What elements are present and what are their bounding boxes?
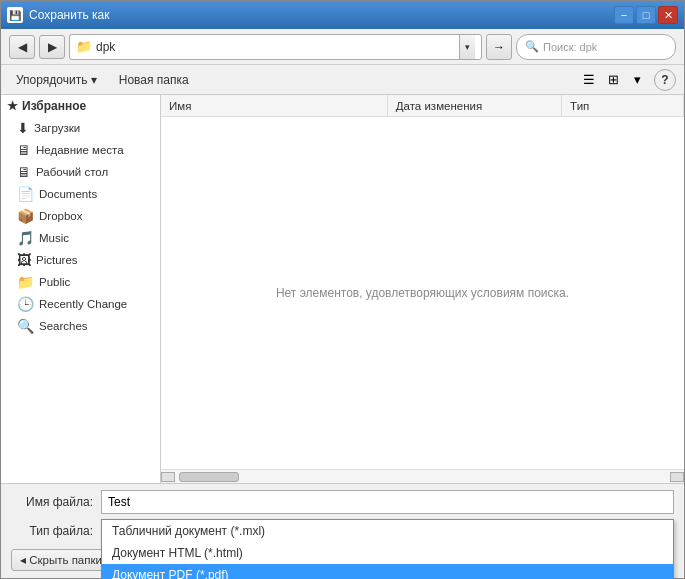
desktop-icon: 🖥 bbox=[17, 164, 31, 180]
column-name-header[interactable]: Имя bbox=[161, 95, 388, 116]
view-list-button[interactable]: ☰ bbox=[578, 69, 600, 91]
favorites-star-icon: ★ bbox=[7, 99, 18, 113]
recently-change-icon: 🕒 bbox=[17, 296, 34, 312]
sidebar-item-label: Dropbox bbox=[39, 210, 82, 222]
footer-form: Имя файла: Тип файла: Табличний документ… bbox=[1, 483, 684, 578]
address-folder-icon: 📁 bbox=[76, 39, 92, 54]
maximize-button[interactable]: □ bbox=[636, 6, 656, 24]
downloads-icon: ⬇ bbox=[17, 120, 29, 136]
sidebar-item-label: Recently Change bbox=[39, 298, 127, 310]
sidebar-item-recent-places[interactable]: 🖥 Недавние места bbox=[1, 139, 160, 161]
filename-row: Имя файла: bbox=[11, 490, 674, 514]
hide-folders-button[interactable]: ◂ Скрыть папки bbox=[11, 549, 111, 571]
sidebar-item-searches[interactable]: 🔍 Searches bbox=[1, 315, 160, 337]
sidebar-item-label: Рабочий стол bbox=[36, 166, 108, 178]
searches-icon: 🔍 bbox=[17, 318, 34, 334]
view-icon-button[interactable]: ⊞ bbox=[602, 69, 624, 91]
filename-label: Имя файла: bbox=[11, 495, 101, 509]
filetype-option[interactable]: Табличний документ (*.mxl) bbox=[102, 520, 673, 542]
search-box[interactable]: 🔍 Поиск: dpk bbox=[516, 34, 676, 60]
filetype-dropdown: Табличний документ (*.mxl) Документ HTML… bbox=[101, 519, 674, 579]
filetype-option-selected[interactable]: Документ PDF (*.pdf) bbox=[102, 564, 673, 579]
sidebar-item-music[interactable]: 🎵 Music bbox=[1, 227, 160, 249]
save-dialog: 💾 Сохранить как − □ ✕ ◀ ▶ 📁 dpk ▾ → 🔍 По… bbox=[0, 0, 685, 579]
sidebar-item-label: Загрузки bbox=[34, 122, 80, 134]
sidebar-item-documents[interactable]: 📄 Documents bbox=[1, 183, 160, 205]
hide-folders-label: ◂ Скрыть папки bbox=[20, 553, 102, 567]
window-title: Сохранить как bbox=[29, 8, 109, 22]
minimize-button[interactable]: − bbox=[614, 6, 634, 24]
filetype-option[interactable]: Документ HTML (*.html) bbox=[102, 542, 673, 564]
address-dropdown-button[interactable]: ▾ bbox=[459, 35, 475, 59]
sidebar-item-label: Music bbox=[39, 232, 69, 244]
new-folder-button[interactable]: Новая папка bbox=[112, 69, 196, 91]
sidebar-item-label: Documents bbox=[39, 188, 97, 200]
address-bar[interactable]: 📁 dpk ▾ bbox=[69, 34, 482, 60]
go-button[interactable]: → bbox=[486, 34, 512, 60]
address-bar-row: ◀ ▶ 📁 dpk ▾ → 🔍 Поиск: dpk bbox=[1, 29, 684, 65]
column-type-header[interactable]: Тип bbox=[562, 95, 684, 116]
filetype-row: Тип файла: Табличний документ (*.mxl) ▾ … bbox=[11, 519, 674, 543]
title-bar: 💾 Сохранить как − □ ✕ bbox=[1, 1, 684, 29]
file-list-content: Нет элементов, удовлетворяющих условиям … bbox=[161, 117, 684, 469]
close-button[interactable]: ✕ bbox=[658, 6, 678, 24]
sidebar-item-desktop[interactable]: 🖥 Рабочий стол bbox=[1, 161, 160, 183]
sidebar-item-label: Searches bbox=[39, 320, 88, 332]
filetype-label: Тип файла: bbox=[11, 524, 101, 538]
search-icon: 🔍 bbox=[525, 40, 539, 53]
sidebar-item-label: Pictures bbox=[36, 254, 78, 266]
sidebar-item-dropbox[interactable]: 📦 Dropbox bbox=[1, 205, 160, 227]
music-icon: 🎵 bbox=[17, 230, 34, 246]
help-button[interactable]: ? bbox=[654, 69, 676, 91]
column-date-header[interactable]: Дата изменения bbox=[388, 95, 562, 116]
sidebar-item-pictures[interactable]: 🖼 Pictures bbox=[1, 249, 160, 271]
forward-button[interactable]: ▶ bbox=[39, 35, 65, 59]
sidebar-item-recently-change[interactable]: 🕒 Recently Change bbox=[1, 293, 160, 315]
favorites-label: Избранное bbox=[22, 99, 86, 113]
documents-icon: 📄 bbox=[17, 186, 34, 202]
public-icon: 📁 bbox=[17, 274, 34, 290]
toolbar-secondary: Упорядочить ▾ Новая папка ☰ ⊞ ▾ ? bbox=[1, 65, 684, 95]
horizontal-scrollbar[interactable] bbox=[161, 469, 684, 483]
address-text: dpk bbox=[96, 40, 455, 54]
sidebar-item-downloads[interactable]: ⬇ Загрузки bbox=[1, 117, 160, 139]
window-icon: 💾 bbox=[7, 7, 23, 23]
pictures-icon: 🖼 bbox=[17, 252, 31, 268]
sidebar: ★ Избранное ⬇ Загрузки 🖥 Недавние места … bbox=[1, 95, 161, 483]
filename-input[interactable] bbox=[101, 490, 674, 514]
sidebar-item-label: Public bbox=[39, 276, 70, 288]
empty-message: Нет элементов, удовлетворяющих условиям … bbox=[276, 286, 569, 300]
organize-button[interactable]: Упорядочить ▾ bbox=[9, 69, 104, 91]
sidebar-item-public[interactable]: 📁 Public bbox=[1, 271, 160, 293]
dropbox-icon: 📦 bbox=[17, 208, 34, 224]
sidebar-item-label: Недавние места bbox=[36, 144, 124, 156]
search-placeholder: Поиск: dpk bbox=[543, 41, 667, 53]
favorites-header: ★ Избранное bbox=[1, 95, 160, 117]
file-list-header: Имя Дата изменения Тип bbox=[161, 95, 684, 117]
file-list-area: Имя Дата изменения Тип Нет элементов, уд… bbox=[161, 95, 684, 483]
back-button[interactable]: ◀ bbox=[9, 35, 35, 59]
recent-places-icon: 🖥 bbox=[17, 142, 31, 158]
view-dropdown-button[interactable]: ▾ bbox=[626, 69, 648, 91]
main-content: ★ Избранное ⬇ Загрузки 🖥 Недавние места … bbox=[1, 95, 684, 483]
